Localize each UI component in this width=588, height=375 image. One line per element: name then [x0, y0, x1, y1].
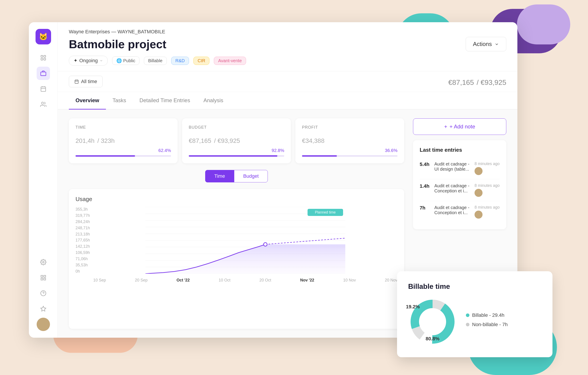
donut-chart: 19.2% 80.8%	[408, 297, 457, 346]
svg-text:Planned time: Planned time	[315, 210, 336, 214]
svg-rect-14	[44, 278, 45, 280]
x-axis-labels: 10 Sep 20 Sep Oct '22 10 Oct 20 Oct Nov …	[93, 278, 398, 283]
time-entries-card: Last time entries 5.4h Audit et cadrage …	[413, 140, 506, 229]
time-label: TIME	[75, 125, 171, 130]
stat-card-profit: PROFIT €34,388 36.6%	[295, 118, 404, 163]
list-item: 7h Audit et cadrage - Conception et i...…	[420, 201, 500, 223]
logo-icon: 🐱	[39, 32, 48, 41]
profit-progress-fill	[302, 155, 337, 157]
svg-rect-3	[44, 58, 45, 60]
chart-svg: Planned time	[93, 207, 398, 274]
entry-desc-2: Audit et cadrage - Conception et i...	[434, 183, 471, 193]
chart-area: 355,3h 319,77h 284,24h 248,71h 213,18h 1…	[75, 207, 398, 283]
profit-label: PROFIT	[302, 125, 398, 130]
avatar-1	[474, 167, 483, 175]
total-budget: €87,165 / €93,925	[448, 76, 506, 87]
entry-meta-1: 8 minutes ago	[474, 161, 500, 175]
avatar-2	[474, 189, 483, 197]
time-entries-title: Last time entries	[420, 147, 500, 153]
sidebar: 🐱	[29, 22, 58, 338]
svg-rect-5	[41, 87, 45, 92]
svg-rect-12	[44, 276, 45, 277]
svg-point-39	[478, 213, 479, 214]
billable-pct: 80.8%	[426, 336, 440, 342]
page-title: Batmobile project	[69, 38, 166, 51]
svg-point-42	[419, 308, 446, 335]
time-percent: 62.4%	[75, 148, 171, 153]
entry-hours-2: 1.4h	[420, 183, 431, 189]
budget-progress-bar	[189, 155, 284, 157]
sidebar-item-settings[interactable]	[37, 256, 50, 269]
sidebar-item-team[interactable]	[37, 98, 50, 111]
sidebar-item-profile[interactable]	[37, 51, 50, 64]
toggle-time-button[interactable]: Time	[205, 170, 234, 182]
billable-title: Billable time	[408, 282, 541, 290]
time-bar: All time €87,165 / €93,925	[58, 71, 517, 92]
svg-point-38	[478, 191, 479, 193]
breadcrumb: Wayne Enterprises — WAYNE_BATMOBILE	[69, 29, 506, 35]
plus-icon: +	[444, 124, 447, 130]
add-note-button[interactable]: + + Add note	[413, 118, 506, 135]
list-item: 5.4h Audit et cadrage - UI design (table…	[420, 158, 500, 179]
avatar[interactable]	[37, 318, 50, 331]
svg-point-9	[41, 102, 43, 104]
usage-title: Usage	[75, 196, 398, 203]
sidebar-item-grid[interactable]	[37, 271, 50, 284]
entry-hours-3: 7h	[420, 205, 431, 211]
billable-legend: Billable - 29.4h Non-billable - 7h	[466, 312, 541, 331]
svg-rect-13	[41, 278, 43, 280]
entry-hours-1: 5.4h	[420, 161, 431, 167]
header-top: Batmobile project Actions	[69, 37, 506, 51]
sidebar-item-help[interactable]	[37, 287, 50, 300]
entry-desc-3: Audit et cadrage - Conception et i...	[434, 205, 471, 215]
sidebar-item-sparkle[interactable]	[37, 302, 50, 315]
ongoing-icon: ✦	[74, 58, 77, 64]
toggle-row: Time Budget	[69, 170, 404, 182]
blob-lavender-top	[517, 4, 570, 44]
billable-dot	[466, 313, 469, 317]
billable-content: Billable time 19.2% 80.8% Billable - 29.…	[408, 282, 541, 346]
non-billable-pct: 19.2%	[406, 304, 420, 310]
svg-point-10	[42, 261, 44, 263]
entry-meta-2: 8 minutes ago	[474, 183, 500, 197]
status-row: ✦ Ongoing 🌐 Public Billable R&D CIR Avan…	[69, 51, 506, 71]
time-value: 201,4h / 323h	[75, 133, 171, 145]
y-axis-labels: 355,3h 319,77h 284,24h 248,71h 213,18h 1…	[75, 207, 93, 274]
tab-time-entries[interactable]: Detailed Time Entries	[133, 92, 197, 109]
svg-point-34	[263, 243, 267, 246]
svg-rect-1	[44, 55, 45, 57]
usage-card: Usage 355,3h 319,77h 284,24h 248,71h 213…	[69, 189, 404, 329]
svg-marker-17	[41, 306, 46, 311]
entry-desc-1: Audit et cadrage - UI design (table...	[434, 161, 471, 172]
svg-rect-11	[41, 276, 43, 277]
svg-rect-2	[41, 58, 43, 60]
avant-vente-badge: Avant-vente	[214, 57, 246, 65]
tab-analysis[interactable]: Analysis	[197, 92, 230, 109]
billable-popup: Billable time 19.2% 80.8% Billable - 29.…	[397, 271, 553, 357]
tabs: Overview Tasks Detailed Time Entries Ana…	[58, 92, 517, 109]
tab-tasks[interactable]: Tasks	[106, 92, 133, 109]
stat-card-budget: BUDGET €87,165 / €93,925 92.8%	[182, 118, 291, 163]
actions-button[interactable]: Actions	[466, 37, 506, 51]
rd-badge: R&D	[171, 57, 189, 65]
budget-value: €87,165 / €93,925	[189, 133, 284, 145]
legend-billable: Billable - 29.4h	[466, 312, 541, 318]
tab-overview[interactable]: Overview	[69, 92, 106, 109]
toggle-budget-button[interactable]: Budget	[234, 170, 268, 182]
budget-percent: 92.8%	[189, 148, 284, 153]
svg-rect-0	[41, 55, 43, 57]
public-badge: 🌐 Public	[112, 56, 139, 65]
all-time-button[interactable]: All time	[69, 76, 103, 87]
budget-label: BUDGET	[189, 125, 284, 130]
sidebar-item-briefcase[interactable]	[37, 67, 50, 80]
cir-badge: CIR	[193, 57, 210, 65]
header: Wayne Enterprises — WAYNE_BATMOBILE Batm…	[58, 22, 517, 71]
stats-row: TIME 201,4h / 323h 62.4% BUDGET	[69, 118, 404, 163]
ongoing-badge[interactable]: ✦ Ongoing	[69, 56, 108, 65]
sidebar-item-calendar[interactable]	[37, 82, 50, 96]
time-progress-fill	[75, 155, 135, 157]
avatar-3	[474, 211, 483, 219]
list-item: 1.4h Audit et cadrage - Conception et i.…	[420, 179, 500, 201]
sidebar-bottom	[37, 256, 50, 331]
non-billable-dot	[466, 323, 469, 326]
